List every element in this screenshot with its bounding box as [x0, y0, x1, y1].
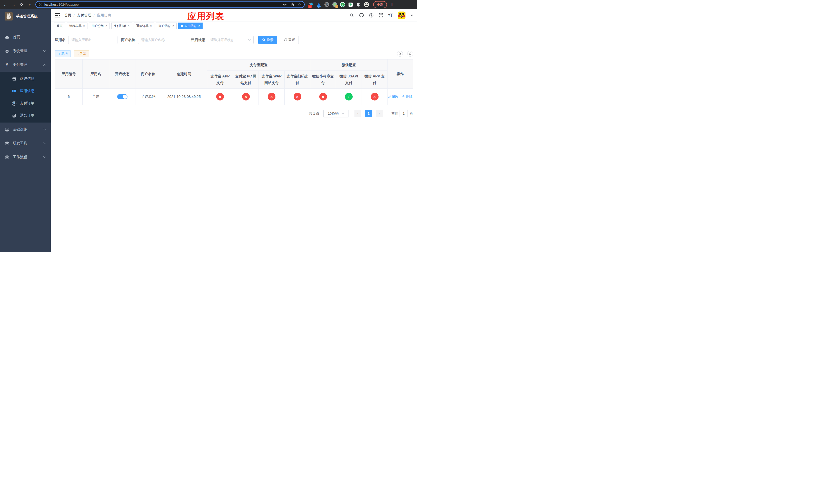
edit-link[interactable]: 修改: [388, 94, 398, 99]
sidebar: 芋道管理系统 首页 系统管理 ¥ 支付管理 商户信息: [0, 9, 51, 252]
sidebar-item-system[interactable]: 系统管理: [0, 44, 51, 58]
sidebar-item-dev-tools[interactable]: 研发工具: [0, 136, 51, 150]
tab-app-info[interactable]: 应用信息×: [178, 23, 203, 29]
site-info-icon[interactable]: i: [39, 3, 42, 6]
alipay-pc-pay-close-icon: ×: [242, 93, 250, 100]
address-bar[interactable]: i localhost:1024/pay/app ☆: [36, 1, 305, 8]
breadcrumb: 首页 / 支付管理 / 应用信息: [64, 13, 111, 18]
status-toggle[interactable]: [117, 94, 128, 99]
goto-page-input[interactable]: [399, 110, 408, 117]
show-search-toggle-button[interactable]: [397, 51, 403, 56]
password-key-icon[interactable]: [283, 3, 287, 7]
export-button[interactable]: ↓ 导出: [74, 50, 89, 57]
search-button[interactable]: 搜索: [258, 36, 277, 44]
cell-app-name: 芋道: [83, 88, 109, 105]
search-icon: [398, 52, 401, 55]
extension-gem-icon[interactable]: [316, 2, 321, 7]
tab-close-icon[interactable]: ×: [105, 24, 107, 28]
tab-close-icon[interactable]: ×: [150, 24, 152, 28]
app-name-input[interactable]: [68, 36, 117, 44]
sidebar-item-app-info[interactable]: 应用信息: [0, 85, 51, 97]
tab-merchant-info[interactable]: 商户信息×: [156, 23, 177, 29]
extensions-puzzle-icon[interactable]: [356, 2, 361, 7]
share-icon[interactable]: [290, 3, 294, 6]
tab-close-icon[interactable]: ×: [172, 24, 174, 28]
sidebar-item-merchant-info[interactable]: 商户信息: [0, 72, 51, 85]
delete-link-label: 删除: [406, 94, 412, 99]
tab-close-icon[interactable]: ×: [198, 24, 200, 28]
sidebar-item-infra[interactable]: 基础设施: [0, 122, 51, 136]
cell-wechat-mini-status: ×: [310, 88, 336, 105]
goto-label: 前往: [391, 111, 398, 116]
extension-blocks-icon[interactable]: 10: [308, 2, 313, 7]
sidebar-item-pay-orders[interactable]: ¥ 支付订单: [0, 97, 51, 110]
browser-back-button[interactable]: ←: [3, 3, 8, 7]
bookmark-star-icon[interactable]: ☆: [298, 3, 301, 7]
cell-status: [109, 88, 135, 105]
sidebar-item-home[interactable]: 首页: [0, 30, 51, 44]
extension-doc-icon[interactable]: [348, 2, 353, 7]
user-avatar[interactable]: [398, 12, 405, 19]
page-size-select[interactable]: 10条/页: [323, 110, 349, 117]
tab-close-icon[interactable]: ×: [83, 24, 85, 28]
monitor-icon: [5, 127, 9, 132]
tab-pay-orders[interactable]: 支付订单×: [111, 23, 132, 29]
pagination-total: 共 1 条: [309, 111, 319, 116]
tab-close-icon[interactable]: ×: [128, 24, 130, 28]
sidebar-item-refund-orders[interactable]: 退款订单: [0, 110, 51, 122]
browser-update-button[interactable]: 更新: [373, 1, 387, 8]
page-number-button[interactable]: 1: [365, 110, 372, 117]
status-select[interactable]: 请选择开启状态: [208, 36, 254, 44]
extension-command-icon[interactable]: ⌘: [324, 2, 329, 7]
delete-link[interactable]: 删除: [402, 94, 412, 99]
breadcrumb-payment[interactable]: 支付管理: [77, 13, 91, 18]
next-page-button[interactable]: ›: [376, 110, 382, 117]
active-tab-dot: [181, 25, 183, 27]
column-header-alipay-qr: 支付宝扫码支付: [285, 70, 310, 88]
merchant-name-label: 商户名称: [121, 38, 135, 42]
tags-view-bar: 首页 流程表单× 用户分组× 支付订单× 退款订单× 商户信息× 应用信息×: [51, 22, 417, 30]
help-icon[interactable]: [369, 13, 374, 18]
browser-home-button[interactable]: ⌂: [27, 3, 33, 7]
status-label: 开启状态: [191, 38, 205, 42]
add-button[interactable]: + 新增: [55, 50, 71, 57]
download-icon: ↓: [77, 52, 79, 55]
tab-process-form[interactable]: 流程表单×: [67, 23, 87, 29]
sidebar-item-label: 退款订单: [20, 113, 35, 118]
chevron-down-icon: [248, 39, 251, 41]
browser-menu-icon[interactable]: ⋮: [390, 2, 394, 7]
profile-avatar-icon[interactable]: [364, 2, 369, 7]
url-text[interactable]: localhost:1024/pay/app: [44, 3, 281, 6]
briefcase-icon: [5, 155, 9, 159]
sidebar-item-workflow[interactable]: 工作流程: [0, 150, 51, 164]
alipay-qr-pay-close-icon: ×: [294, 93, 301, 100]
refresh-table-button[interactable]: [407, 51, 413, 56]
plus-icon: +: [58, 52, 60, 55]
tab-user-group[interactable]: 用户分组×: [89, 23, 110, 29]
extension-camera-icon[interactable]: 1: [332, 2, 337, 7]
sidebar-item-label: 系统管理: [13, 49, 27, 53]
tab-refund-orders[interactable]: 退款订单×: [134, 23, 154, 29]
browser-forward-button[interactable]: →: [11, 3, 16, 7]
sidebar-item-payment[interactable]: ¥ 支付管理: [0, 58, 51, 72]
font-size-icon[interactable]: TT: [388, 13, 393, 18]
sidebar-collapse-icon[interactable]: [55, 13, 60, 18]
prev-page-button[interactable]: ‹: [354, 110, 361, 117]
cell-alipay-wap-status: ×: [259, 88, 285, 105]
github-icon[interactable]: [359, 13, 364, 18]
sidebar-item-label: 基础设施: [13, 127, 27, 132]
merchant-name-input[interactable]: [138, 36, 187, 44]
tab-home[interactable]: 首页: [54, 23, 65, 29]
refresh-icon: [284, 38, 287, 42]
browser-reload-button[interactable]: ⟳: [19, 3, 25, 7]
search-icon[interactable]: [350, 13, 354, 18]
tab-label: 退款订单: [136, 24, 149, 28]
fullscreen-icon[interactable]: [379, 13, 383, 18]
sidebar-logo-row[interactable]: 芋道管理系统: [0, 9, 51, 24]
edit-link-label: 修改: [392, 94, 398, 99]
extension-y-icon[interactable]: y: [340, 2, 345, 7]
reset-button[interactable]: 重置: [280, 36, 299, 44]
gear-icon: [5, 49, 9, 53]
breadcrumb-home[interactable]: 首页: [64, 13, 71, 18]
user-menu-caret-icon[interactable]: [411, 15, 413, 16]
